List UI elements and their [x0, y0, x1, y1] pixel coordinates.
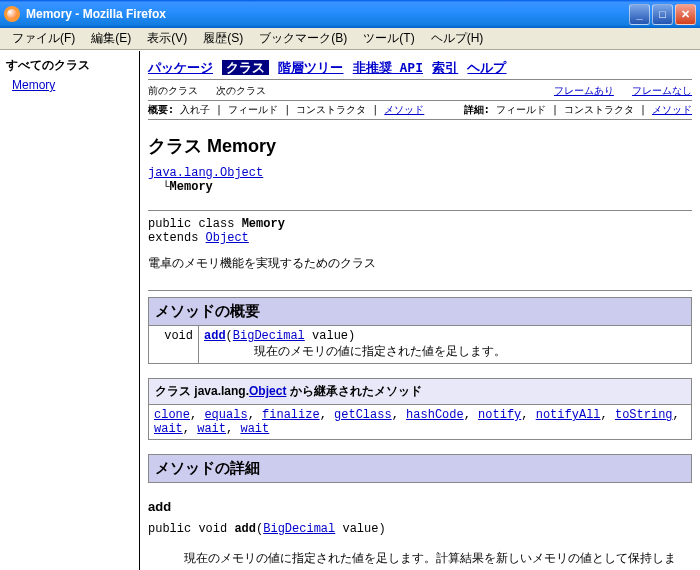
method-summary-table: メソッドの概要 void add(BigDecimal value) 現在のメモ… [148, 297, 692, 364]
method-detail-heading: メソッドの詳細 [148, 454, 692, 483]
inherited-method-link[interactable]: hashCode [406, 408, 464, 422]
menu-file[interactable]: ファイル(F) [4, 28, 83, 49]
close-button[interactable]: ✕ [675, 4, 696, 25]
inherited-methods-table: クラス java.lang.Object から継承されたメソッド clone, … [148, 378, 692, 440]
subnav-row2: 概要: 入れ子 | フィールド | コンストラクタ | メソッド 詳細: フィー… [148, 101, 692, 120]
method-name-link[interactable]: add [204, 329, 226, 343]
class-description: 電卓のメモリ機能を実現するためのクラス [148, 255, 692, 272]
menu-bookmarks[interactable]: ブックマーク(B) [251, 28, 355, 49]
inherited-method-link[interactable]: getClass [334, 408, 392, 422]
method-detail-title: メソッドの詳細 [149, 455, 692, 483]
menu-view[interactable]: 表示(V) [139, 28, 195, 49]
detail-signature: public void add(BigDecimal value) [148, 522, 692, 536]
nav-deprecated[interactable]: 非推奨 API [353, 60, 423, 75]
hier-self: Memory [170, 180, 213, 194]
method-summary-title: メソッドの概要 [149, 298, 692, 326]
window-titlebar: Memory - Mozilla Firefox _ □ ✕ [0, 0, 700, 28]
sidebar: すべてのクラス Memory [0, 51, 140, 570]
param-type-link[interactable]: BigDecimal [233, 329, 305, 343]
inherited-title: クラス java.lang.Object から継承されたメソッド [149, 379, 692, 405]
nav-package[interactable]: パッケージ [148, 60, 213, 75]
inherited-method-link[interactable]: wait [154, 422, 183, 436]
next-class: 次のクラス [216, 85, 266, 96]
inherited-method-link[interactable]: wait [240, 422, 269, 436]
frames-link[interactable]: フレームあり [554, 85, 614, 96]
nav-help[interactable]: ヘルプ [467, 60, 506, 75]
inherited-object-link[interactable]: Object [249, 384, 286, 398]
menu-history[interactable]: 履歴(S) [195, 28, 251, 49]
prev-class: 前のクラス [148, 85, 198, 96]
window-title: Memory - Mozilla Firefox [26, 7, 629, 21]
method-return: void [149, 326, 199, 364]
inherited-method-link[interactable]: wait [197, 422, 226, 436]
sidebar-title: すべてのクラス [6, 57, 133, 74]
main-content[interactable]: パッケージ クラス 階層ツリー 非推奨 API 索引 ヘルプ 前のクラス 次のク… [140, 51, 700, 570]
separator [148, 290, 692, 291]
nav-index[interactable]: 索引 [432, 60, 458, 75]
detail-text: フィールド | コンストラクタ | [496, 104, 646, 115]
outline-text: 入れ子 | フィールド | コンストラクタ | [180, 104, 378, 115]
inherited-method-link[interactable]: toString [615, 408, 673, 422]
extends-link[interactable]: Object [206, 231, 249, 245]
menu-edit[interactable]: 編集(E) [83, 28, 139, 49]
detail-label: 詳細: [464, 104, 490, 115]
subnav-row: 前のクラス 次のクラス フレームあり フレームなし [148, 82, 692, 101]
inherited-method-link[interactable]: finalize [262, 408, 320, 422]
detail-desc: 現在のメモリの値に指定された値を足します。計算結果を新しいメモリの値として保持し… [184, 550, 692, 570]
hier-root-link[interactable]: java.lang.Object [148, 166, 263, 180]
outline-method-link[interactable]: メソッド [384, 104, 424, 115]
menubar: ファイル(F) 編集(E) 表示(V) 履歴(S) ブックマーク(B) ツール(… [0, 28, 700, 50]
method-cell: add(BigDecimal value) 現在のメモリの値に指定された値を足し… [199, 326, 692, 364]
outline-label: 概要: [148, 104, 174, 115]
class-heading: クラス Memory [148, 134, 692, 158]
menu-tools[interactable]: ツール(T) [355, 28, 422, 49]
detail-method-link[interactable]: メソッド [652, 104, 692, 115]
maximize-button[interactable]: □ [652, 4, 673, 25]
class-signature: public class Memory extends Object [148, 217, 692, 245]
inherited-method-link[interactable]: notify [478, 408, 521, 422]
javadoc-topnav: パッケージ クラス 階層ツリー 非推奨 API 索引 ヘルプ [148, 55, 692, 80]
detail-method-name: add [148, 499, 692, 514]
inherited-method-link[interactable]: notifyAll [536, 408, 601, 422]
detail-paramtype-link[interactable]: BigDecimal [263, 522, 335, 536]
inherited-method-link[interactable]: equals [204, 408, 247, 422]
inherited-methods-cell: clone, equals, finalize, getClass, hashC… [149, 405, 692, 440]
sidebar-item-memory[interactable]: Memory [6, 78, 55, 92]
nav-class-selected: クラス [222, 60, 269, 75]
method-desc: 現在のメモリの値に指定された値を足します。 [204, 343, 686, 360]
menu-help[interactable]: ヘルプ(H) [423, 28, 492, 49]
separator [148, 210, 692, 211]
nav-tree[interactable]: 階層ツリー [278, 60, 343, 75]
minimize-button[interactable]: _ [629, 4, 650, 25]
noframes-link[interactable]: フレームなし [632, 85, 692, 96]
hierarchy: java.lang.Object └Memory [148, 166, 692, 194]
firefox-icon [4, 6, 20, 22]
inherited-method-link[interactable]: clone [154, 408, 190, 422]
